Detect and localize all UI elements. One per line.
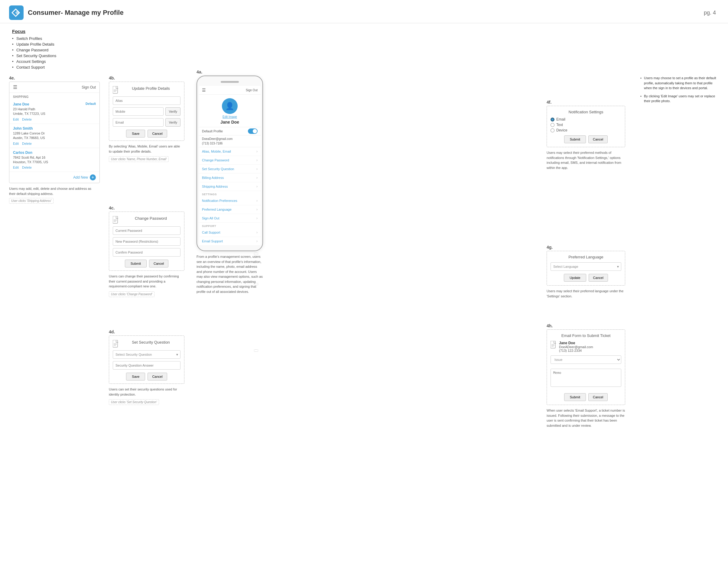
delete-link-carlos[interactable]: Delete — [22, 166, 32, 169]
sign-out-button[interactable]: Sign Out — [82, 85, 96, 89]
update-profile-title: Update Profile Details — [121, 86, 181, 91]
new-password-input[interactable] — [113, 237, 181, 246]
label-4e: 4e. — [9, 76, 100, 80]
radio-text[interactable]: Text — [550, 123, 621, 127]
verify-mobile-button[interactable]: Verify — [165, 107, 181, 116]
memo-textarea[interactable] — [550, 369, 621, 387]
profile-save-button[interactable]: Save — [126, 130, 145, 137]
password-cancel-button[interactable]: Cancel — [149, 260, 168, 267]
email-input[interactable] — [113, 118, 163, 127]
alias-input[interactable] — [113, 97, 181, 105]
phone-menu-shipping[interactable]: Shipping Address › — [199, 182, 261, 191]
user-click-password: User clicks 'Change Password' — [109, 291, 155, 297]
phone-menu-password[interactable]: Change Password › — [199, 156, 261, 165]
confirm-password-input[interactable] — [113, 248, 181, 257]
phone-avatar: 👤 — [222, 98, 238, 114]
panel-4b: 4b. Update Profile Details Verif — [109, 76, 184, 162]
language-select[interactable]: Select Language — [550, 262, 621, 271]
default-badge: Default — [85, 102, 96, 106]
panel-4d: 4d. Set Security Question Select Securit… — [109, 329, 184, 405]
chevron-icon-5: › — [256, 184, 258, 189]
preferred-language-box: Preferred Language Select Language ▼ Upd… — [547, 251, 625, 286]
focus-item-6: Contact Support — [12, 65, 716, 70]
notification-submit-button[interactable]: Submit — [564, 135, 586, 143]
email-form-user-email: DoeADeer@gmail.com — [559, 345, 593, 349]
edit-delete-john: Edit Delete — [13, 142, 96, 145]
radio-email-input[interactable] — [550, 117, 554, 122]
panel-4e: 4e. ☰ Sign Out SHIPPING Jane Doe Default… — [9, 76, 100, 204]
profile-name-john: John Smith — [13, 126, 96, 131]
security-cancel-button[interactable]: Cancel — [148, 373, 167, 380]
add-new-circle-icon[interactable]: + — [90, 175, 96, 180]
phone-menu-call[interactable]: Call Support › — [199, 228, 261, 237]
document-icon-2 — [113, 216, 119, 224]
language-update-button[interactable]: Update — [564, 274, 586, 282]
delete-link-jane[interactable]: Delete — [22, 117, 32, 121]
security-save-button[interactable]: Save — [126, 373, 145, 380]
security-question-wrapper: Select Security Question ▼ — [113, 350, 181, 359]
password-submit-button[interactable]: Submit — [125, 260, 147, 267]
phone-menu-language[interactable]: Preferred Language › — [199, 205, 261, 214]
user-click-email-note — [254, 348, 258, 353]
hamburger-icon[interactable]: ☰ — [13, 84, 17, 90]
chevron-icon-7: › — [256, 207, 258, 212]
profile-name-jane: Jane Doe Default — [13, 102, 96, 106]
default-toggle[interactable] — [248, 129, 258, 134]
panel-4a-caption: From a profile's management screen, user… — [197, 254, 263, 294]
edit-delete-jane: Edit Delete — [13, 117, 96, 121]
header: Consumer- Manage my Profile pg. 4 — [0, 0, 728, 23]
security-question-select[interactable]: Select Security Question — [113, 350, 181, 359]
user-click-security: User clicks 'Set Security Question' — [109, 399, 159, 405]
phone-menu-billing[interactable]: Billing Address › — [199, 174, 261, 182]
profile-cancel-button[interactable]: Cancel — [148, 130, 167, 137]
phone-hamburger-icon[interactable]: ☰ — [202, 88, 206, 92]
document-icon-3 — [113, 340, 119, 348]
current-password-input[interactable] — [113, 227, 181, 235]
radio-device-input[interactable] — [550, 129, 554, 132]
phone-signout[interactable]: Sign Out — [246, 88, 258, 92]
focus-item-2: Update Profile Details — [12, 42, 716, 47]
language-cancel-button[interactable]: Cancel — [589, 274, 608, 282]
add-new-row[interactable]: Add New + — [9, 172, 100, 183]
phone-menu-email[interactable]: Email Support › — [199, 237, 261, 246]
radio-device[interactable]: Device — [550, 128, 621, 132]
default-profile-row: Default Profile — [199, 127, 261, 135]
security-answer-input[interactable] — [113, 361, 181, 370]
phone-menu-alias[interactable]: Alias, Mobile, Email › — [199, 147, 261, 156]
profile-entry-carlos: Carlos Don 7842 Scott Rd, Apt 16 Houston… — [9, 148, 100, 172]
email-form-actions: Submit Cancel — [550, 393, 621, 401]
security-question-box: Set Security Question Select Security Qu… — [109, 336, 184, 384]
phone-user-name: Jane Doe — [202, 120, 258, 125]
radio-text-input[interactable] — [550, 123, 554, 127]
mobile-input[interactable] — [113, 107, 163, 116]
email-cancel-button[interactable]: Cancel — [588, 393, 608, 401]
radio-email[interactable]: Email — [550, 117, 621, 122]
shipping-header: ☰ Sign Out — [9, 82, 100, 93]
security-question-select-row: Select Security Question ▼ — [113, 350, 181, 359]
shipping-section-label: SHIPPING — [9, 93, 100, 100]
phone-menu-signout[interactable]: Sign All Out › — [199, 214, 261, 223]
language-select-wrapper: Select Language ▼ — [550, 262, 621, 271]
email-submit-button[interactable]: Submit — [564, 393, 586, 401]
profile-address-john: 1289 Lake Conroe Dr Austin, TX 78683, US — [13, 131, 96, 140]
verify-email-button[interactable]: Verify — [165, 118, 181, 127]
edit-link-jane[interactable]: Edit — [13, 117, 19, 121]
issue-select[interactable]: Issue — [550, 355, 621, 364]
email-form-user-phone: (713) 122-2334 — [559, 349, 593, 352]
phone-topbar: ☰ Sign Out — [199, 86, 261, 95]
notification-cancel-button[interactable]: Cancel — [588, 135, 608, 143]
edit-link-carlos[interactable]: Edit — [13, 166, 19, 169]
focus-item-3: Change Password — [12, 48, 716, 52]
edit-link-john[interactable]: Edit — [13, 142, 19, 145]
email-user-info: Jane Doe DoeADeer@gmail.com (713) 122-23… — [559, 341, 593, 352]
delete-link-john[interactable]: Delete — [22, 142, 32, 145]
security-question-title: Set Security Question — [121, 340, 181, 345]
panel-4e-caption: Users may add, edit, delete and choose a… — [9, 186, 94, 196]
phone-menu-notification[interactable]: Notification Preferences › — [199, 196, 261, 205]
edit-image-link[interactable]: Edit Image — [202, 115, 258, 118]
label-4c: 4c. — [109, 206, 184, 210]
phone-menu-security[interactable]: Set Security Question › — [199, 165, 261, 174]
annotations-top-right: Users may choose to set a profile as the… — [640, 76, 719, 107]
notification-form-actions: Submit Cancel — [550, 135, 621, 143]
profile-name-carlos: Carlos Don — [13, 151, 96, 155]
